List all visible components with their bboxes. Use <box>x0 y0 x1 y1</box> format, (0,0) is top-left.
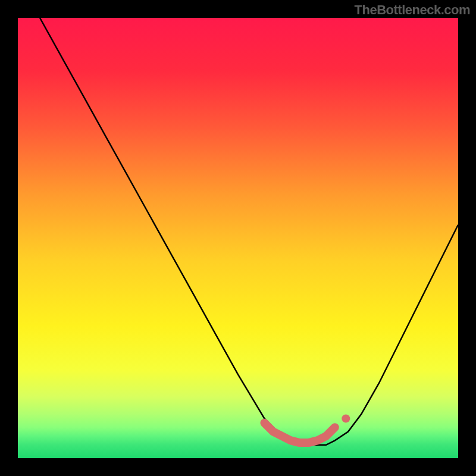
highlight-band <box>264 423 334 443</box>
curve-layer <box>18 18 458 458</box>
bottleneck-curve <box>40 18 458 445</box>
highlight-end-dot <box>342 414 350 422</box>
chart-container: TheBottleneck.com <box>0 0 476 476</box>
watermark-text: TheBottleneck.com <box>355 2 470 18</box>
plot-area <box>18 18 458 458</box>
